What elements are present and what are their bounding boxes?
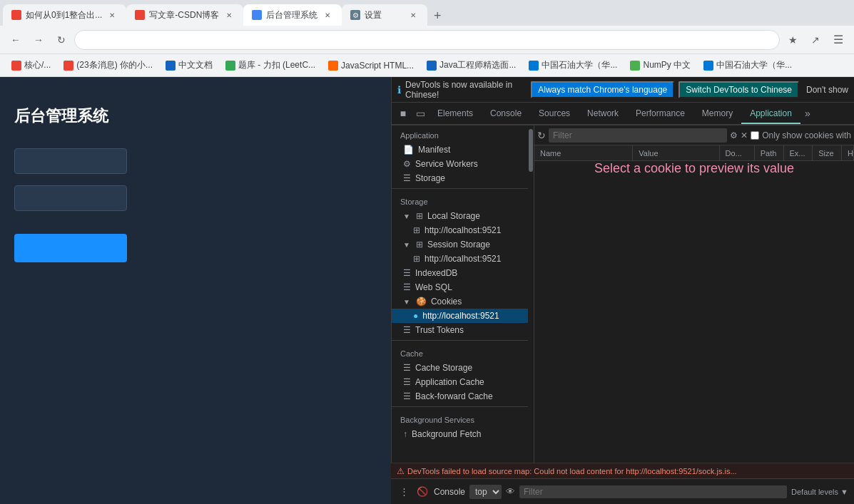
storage-section-label: Storage: [392, 192, 534, 209]
browser-chrome: 如何从0到1整合出... ✕ 写文章-CSDN博客 ✕ 后台管理系统 ✕ ⚙ 设…: [0, 0, 854, 77]
sidebar-item-trust-tokens[interactable]: ☰ Trust Tokens: [392, 323, 534, 337]
cookies-icon: 🍪: [416, 297, 427, 307]
bookmark-star-icon[interactable]: ★: [783, 30, 803, 50]
sidebar-item-cookies-localhost[interactable]: ● http://localhost:9521: [392, 309, 534, 323]
console-kebab-icon[interactable]: ⋮: [397, 485, 411, 499]
cookie-preview-area: Select a cookie to preview its value: [534, 161, 854, 176]
error-bar: ⚠ DevTools failed to load source map: Co…: [391, 463, 854, 478]
sidebar-item-cache-storage[interactable]: ☰ Cache Storage: [392, 361, 534, 375]
console-context-select[interactable]: top: [469, 485, 502, 499]
cookie-preview-text: Select a cookie to preview its value: [594, 161, 794, 176]
local-storage-localhost-icon: ⊞: [413, 225, 420, 235]
sidebar-item-storage[interactable]: ☰ Storage: [392, 171, 534, 185]
webpage-content: 后台管理系统: [0, 77, 391, 504]
tab-application[interactable]: Application: [741, 104, 800, 124]
col-name: Name: [534, 145, 633, 160]
sidebar-item-storage-label: Storage: [415, 173, 445, 183]
sidebar-item-indexeddb[interactable]: ☰ IndexedDB: [392, 266, 534, 280]
sidebar-item-session-storage[interactable]: ▼ ⊞ Session Storage: [392, 237, 534, 252]
tab-4-title: 设置: [365, 9, 403, 21]
tab-1-title: 如何从0到1整合出...: [26, 9, 102, 21]
tab-4[interactable]: ⚙ 设置 ✕: [342, 4, 427, 26]
bookmark-3[interactable]: 中文文档: [160, 57, 218, 73]
tab-1-close[interactable]: ✕: [106, 9, 118, 21]
extensions-icon[interactable]: ☰: [828, 30, 848, 50]
tab-sources[interactable]: Sources: [530, 104, 579, 124]
share-icon[interactable]: ↗: [805, 30, 825, 50]
sidebar-scrollbar[interactable]: [528, 125, 534, 504]
dont-show-button[interactable]: Don't show: [806, 85, 848, 95]
new-tab-button[interactable]: +: [427, 6, 447, 26]
col-expires: Ex...: [784, 145, 813, 160]
session-storage-icon: ⊞: [416, 240, 423, 250]
console-filter-input[interactable]: [519, 485, 787, 498]
bookmark-8[interactable]: NumPy 中文: [624, 57, 696, 73]
address-bar: ← → ↻ ★ ↗ ☰: [0, 26, 854, 54]
warning-icon: ⚠: [397, 466, 405, 476]
login-button[interactable]: [14, 234, 127, 262]
console-clear-icon[interactable]: 🚫: [415, 485, 429, 499]
sidebar-divider-2: [392, 340, 534, 341]
devtools-main-area: Application 📄 Manifest ⚙ Service Workers…: [392, 125, 854, 504]
bookmark-6[interactable]: Java工程师精选面...: [421, 57, 522, 73]
more-tabs-icon[interactable]: »: [800, 108, 815, 119]
bookmark-4[interactable]: 题库 - 力扣 (LeetC...: [220, 57, 321, 73]
bookmark-1[interactable]: 核心/...: [6, 57, 56, 73]
tab-2[interactable]: 写文章-CSDN博客 ✕: [126, 4, 243, 26]
bookmark-9[interactable]: 中国石油大学（华...: [698, 57, 798, 73]
sidebar-item-session-storage-localhost[interactable]: ⊞ http://localhost:9521: [392, 252, 534, 266]
tab-elements[interactable]: Elements: [429, 104, 482, 124]
sidebar-item-service-workers-label: Service Workers: [415, 159, 478, 169]
tab-performance[interactable]: Performance: [627, 104, 693, 124]
refresh-button[interactable]: ↻: [51, 30, 71, 50]
sidebar-item-back-forward-cache[interactable]: ☰ Back-forward Cache: [392, 389, 534, 403]
devtools-sidebar: Application 📄 Manifest ⚙ Service Workers…: [392, 125, 534, 504]
switch-to-chinese-button[interactable]: Switch DevTools to Chinese: [678, 81, 799, 98]
inspect-element-icon[interactable]: ■: [395, 105, 412, 122]
only-show-cookies-checkbox[interactable]: [751, 131, 759, 140]
sidebar-item-web-sql[interactable]: ☰ Web SQL: [392, 280, 534, 294]
filter-options-icon[interactable]: ⚙: [730, 130, 738, 140]
filter-refresh-icon[interactable]: ↻: [537, 130, 546, 141]
match-language-button[interactable]: Always match Chrome's language: [531, 81, 674, 98]
tab-network[interactable]: Network: [579, 104, 627, 124]
tab-3[interactable]: 后台管理系统 ✕: [243, 4, 342, 26]
storage-icon: ☰: [403, 173, 411, 183]
bookmark-6-label: Java工程师精选面...: [439, 59, 516, 71]
bookmark-7[interactable]: 中国石油大学（华...: [523, 57, 623, 73]
sidebar-item-local-storage[interactable]: ▼ ⊞ Local Storage: [392, 209, 534, 223]
tab-console[interactable]: Console: [482, 104, 530, 124]
console-eye-icon[interactable]: 👁: [506, 486, 515, 497]
username-input[interactable]: [14, 148, 127, 174]
bg-services-section-label: Background Services: [392, 410, 534, 427]
sidebar-item-manifest[interactable]: 📄 Manifest: [392, 143, 534, 157]
tab-4-close[interactable]: ✕: [407, 9, 419, 21]
col-value: Value: [633, 145, 719, 160]
sidebar-item-service-workers[interactable]: ⚙ Service Workers: [392, 157, 534, 171]
filter-clear-icon[interactable]: ✕: [741, 130, 748, 140]
tab-3-close[interactable]: ✕: [322, 9, 333, 21]
tab-1[interactable]: 如何从0到1整合出... ✕: [3, 4, 126, 26]
bookmark-4-favicon: [225, 61, 235, 71]
sidebar-item-web-sql-label: Web SQL: [415, 282, 452, 292]
sidebar-item-cookies[interactable]: ▼ 🍪 Cookies: [392, 294, 534, 309]
devtools-console-bar: ⋮ 🚫 Console top 👁 Default levels ▼: [391, 478, 854, 504]
device-toolbar-icon[interactable]: ▭: [412, 105, 429, 122]
password-input[interactable]: [14, 185, 127, 211]
bookmark-2[interactable]: (23条消息) 你的小...: [58, 57, 158, 73]
address-bar-icons: ★ ↗ ☰: [783, 30, 848, 50]
sidebar-item-application-cache[interactable]: ☰ Application Cache: [392, 375, 534, 389]
tab-memory[interactable]: Memory: [693, 104, 741, 124]
bookmark-5[interactable]: JavaScript HTML...: [322, 58, 420, 73]
address-input[interactable]: [74, 30, 780, 50]
tab-2-close[interactable]: ✕: [223, 9, 235, 21]
sidebar-divider-1: [392, 188, 534, 189]
sidebar-item-background-fetch[interactable]: ↑ Background Fetch: [392, 427, 534, 441]
sidebar-item-manifest-label: Manifest: [418, 145, 450, 155]
sidebar-item-local-storage-localhost[interactable]: ⊞ http://localhost:9521: [392, 223, 534, 237]
forward-button[interactable]: →: [29, 30, 49, 50]
only-show-cookies-filter[interactable]: Only show cookies with: [751, 130, 851, 140]
filter-bar: ↻ ⚙ ✕ Only show cookies with: [534, 125, 854, 145]
back-button[interactable]: ←: [6, 30, 26, 50]
filter-input[interactable]: [549, 128, 727, 143]
